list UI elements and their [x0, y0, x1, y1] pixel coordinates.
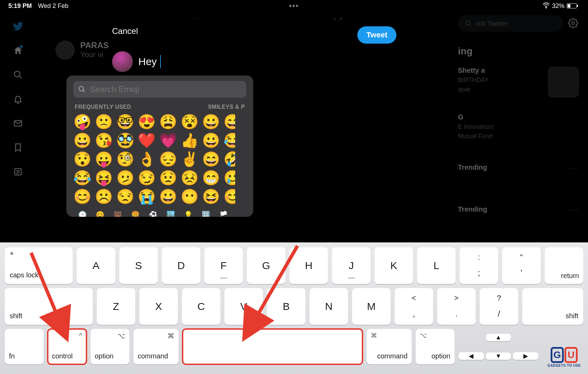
key-control[interactable]: ^control: [48, 329, 86, 364]
trend-item[interactable]: ··· Trending: [458, 150, 579, 171]
emoji-category-icon[interactable]: 🍔: [131, 211, 140, 217]
key-shift-right[interactable]: shift: [522, 288, 583, 325]
emoji-cell[interactable]: 😯: [73, 150, 91, 168]
key-f[interactable]: F: [204, 247, 243, 284]
key-n[interactable]: N: [310, 288, 348, 325]
emoji-cell[interactable]: 😟: [159, 169, 177, 187]
emoji-cell[interactable]: 😀: [202, 113, 220, 131]
key-space[interactable]: [183, 329, 362, 364]
trend-item[interactable]: Shetty a BIRTHDAY apat: [458, 66, 579, 93]
twitter-logo-icon[interactable]: [12, 21, 24, 32]
trend-more-icon[interactable]: ···: [571, 163, 579, 172]
key-arrow-up[interactable]: ▲: [486, 334, 511, 341]
emoji-cell[interactable]: 🥲: [223, 169, 235, 187]
emoji-cell[interactable]: 😘: [95, 132, 113, 150]
emoji-cell[interactable]: ❤️: [138, 132, 156, 150]
key-k[interactable]: K: [375, 247, 413, 284]
key-fn[interactable]: fn: [5, 329, 44, 364]
key-j[interactable]: J: [332, 247, 370, 284]
emoji-cell[interactable]: 🤣: [223, 150, 235, 168]
lists-icon[interactable]: [12, 166, 24, 177]
key-punct[interactable]: ?/: [480, 288, 518, 325]
key-c[interactable]: C: [182, 288, 220, 325]
emoji-cell[interactable]: 😛: [95, 150, 113, 168]
emoji-category-icon[interactable]: 😊: [96, 211, 104, 217]
feed-username[interactable]: PARAS: [80, 41, 109, 50]
key-b[interactable]: B: [267, 288, 305, 325]
emoji-cell[interactable]: 🤪: [73, 113, 91, 131]
emoji-cell[interactable]: 😅: [223, 113, 235, 131]
emoji-category-icon[interactable]: 🐻: [113, 211, 122, 217]
emoji-cell[interactable]: 😀: [73, 132, 91, 150]
key-m[interactable]: M: [352, 288, 391, 325]
emoji-cell[interactable]: 🧐: [116, 150, 134, 168]
emoji-cell[interactable]: 🤓: [116, 113, 134, 131]
tweet-button[interactable]: Tweet: [357, 26, 396, 44]
key-x[interactable]: X: [139, 288, 178, 325]
emoji-cell[interactable]: 😆: [202, 188, 220, 206]
emoji-cell[interactable]: 🥸: [116, 132, 134, 150]
emoji-category-icon[interactable]: 🏙️: [166, 211, 175, 217]
key-l[interactable]: L: [417, 247, 456, 284]
key-z[interactable]: Z: [97, 288, 135, 325]
key-a[interactable]: A: [77, 247, 115, 284]
key-return[interactable]: return: [545, 247, 583, 284]
emoji-cell[interactable]: 😁: [202, 169, 220, 187]
emoji-search[interactable]: [73, 81, 246, 98]
cancel-button[interactable]: Cancel: [112, 26, 138, 36]
key-arrow-left[interactable]: ◀: [459, 352, 484, 360]
emoji-cell[interactable]: 😒: [116, 188, 134, 206]
emoji-cell[interactable]: 🫤: [116, 169, 134, 187]
emoji-search-input[interactable]: [90, 84, 241, 94]
key-option-right[interactable]: ⌥option: [416, 329, 454, 364]
emoji-cell[interactable]: 😶: [181, 188, 199, 206]
key-punct[interactable]: <,: [395, 288, 433, 325]
trend-more-icon[interactable]: ···: [571, 205, 579, 214]
settings-gear-icon[interactable]: [568, 18, 579, 29]
emoji-cell[interactable]: 😂: [223, 132, 235, 150]
emoji-cell[interactable]: 👌: [138, 150, 156, 168]
key-punct[interactable]: "': [502, 247, 541, 284]
home-icon[interactable]: [12, 45, 24, 56]
key-command-right[interactable]: ⌘command: [367, 329, 412, 364]
key-s[interactable]: S: [119, 247, 158, 284]
emoji-category-icon[interactable]: 🏳️: [219, 211, 228, 217]
key-command[interactable]: ⌘command: [134, 329, 178, 364]
emoji-cell[interactable]: 😂: [73, 169, 91, 187]
emoji-cell[interactable]: ✌️: [181, 150, 199, 168]
emoji-cell[interactable]: ☹️: [95, 188, 113, 206]
key-punct[interactable]: :;: [460, 247, 498, 284]
bookmarks-icon[interactable]: [12, 142, 24, 153]
emoji-cell[interactable]: 😍: [138, 113, 156, 131]
key-h[interactable]: H: [290, 247, 328, 284]
search-twitter-input[interactable]: rch Twitter: [458, 15, 563, 32]
emoji-category-icon[interactable]: 🔣: [202, 211, 210, 217]
emoji-cell[interactable]: 🙁: [95, 113, 113, 131]
emoji-cell[interactable]: 😩: [159, 113, 177, 131]
messages-icon[interactable]: [12, 118, 24, 129]
emoji-cell[interactable]: 😏: [138, 169, 156, 187]
key-option[interactable]: ⌥option: [91, 329, 129, 364]
key-arrow-down[interactable]: ▼: [486, 353, 511, 360]
key-shift-left[interactable]: shift: [5, 288, 93, 325]
emoji-cell[interactable]: 👍: [181, 132, 199, 150]
notifications-icon[interactable]: [12, 93, 24, 105]
emoji-cell[interactable]: 😝: [95, 169, 113, 187]
key-d[interactable]: D: [162, 247, 200, 284]
emoji-category-icon[interactable]: 🕑: [78, 211, 87, 217]
key-capslock[interactable]: caps lock: [5, 247, 73, 284]
emoji-category-icon[interactable]: 💡: [184, 211, 193, 217]
key-arrow-right[interactable]: ▶: [513, 352, 538, 360]
multitask-dots-icon[interactable]: •••: [289, 1, 299, 10]
key-v[interactable]: V: [224, 288, 263, 325]
emoji-category-icon[interactable]: ⚽: [149, 211, 157, 217]
emoji-cell[interactable]: 😣: [181, 169, 199, 187]
emoji-cell[interactable]: 😀: [202, 132, 220, 150]
compose-text-input[interactable]: Hey: [138, 55, 161, 68]
key-g[interactable]: G: [247, 247, 285, 284]
emoji-cell[interactable]: 😄: [202, 150, 220, 168]
emoji-cell[interactable]: 💗: [159, 132, 177, 150]
feed-avatar[interactable]: [55, 41, 75, 60]
trend-item[interactable]: G E innovation! Mutual Fund: [458, 103, 579, 140]
emoji-cell[interactable]: 😭: [138, 188, 156, 206]
